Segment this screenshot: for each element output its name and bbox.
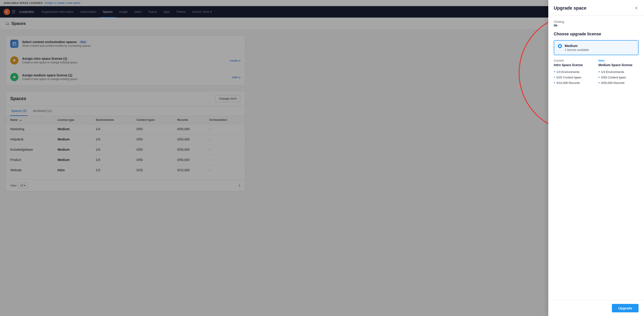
comparison-current: Current Intro Space license • 1/3 Enviro…	[554, 59, 594, 86]
side-panel-header: Upgrade space ×	[548, 0, 644, 16]
current-title: Intro Space license	[554, 63, 594, 67]
bullet-icon: •	[598, 70, 600, 74]
radio-inner	[559, 45, 561, 47]
choose-license-title: Choose upgrade license	[554, 32, 638, 37]
context-site: ite	[554, 24, 558, 27]
side-panel: Upgrade space × Clicking ite Choose upgr…	[548, 0, 644, 316]
license-name: Medium	[565, 44, 589, 48]
current-item-0: • 1/3 Environments	[554, 69, 594, 75]
close-button[interactable]: ×	[634, 5, 638, 12]
new-header: New	[598, 59, 638, 62]
bullet-icon: •	[554, 76, 555, 79]
new-item-2: • 0/50,000 Records	[598, 80, 638, 86]
current-header: Current	[554, 59, 594, 62]
bullet-icon: •	[554, 70, 555, 74]
upgrade-button[interactable]: Upgrade	[612, 304, 638, 312]
context-label: Clicking	[554, 20, 564, 24]
modal-overlay[interactable]	[0, 0, 644, 316]
comparison-new: New Medium Space license • 1/4 Environme…	[598, 59, 638, 86]
radio-circle	[558, 44, 562, 48]
side-panel-footer: Upgrade	[548, 300, 644, 316]
license-availability: 1 license available	[565, 48, 589, 52]
radio-label-area: Medium 1 license available	[565, 44, 589, 52]
new-title: Medium Space license	[598, 63, 638, 67]
bullet-icon: •	[598, 76, 600, 79]
bullet-icon: •	[598, 81, 600, 85]
current-item-2: • 0/10,000 Records	[554, 80, 594, 86]
side-panel-title: Upgrade space	[554, 6, 586, 11]
new-item-1: • 0/50 Content types	[598, 75, 638, 80]
side-panel-body: Clicking ite Choose upgrade license Medi…	[548, 16, 644, 300]
bullet-icon: •	[554, 81, 555, 85]
panel-context: Clicking ite	[554, 20, 638, 27]
new-item-0: • 1/4 Environments	[598, 69, 638, 75]
current-item-1: • 0/25 Content types	[554, 75, 594, 80]
radio-option-medium[interactable]: Medium 1 license available	[554, 40, 638, 55]
comparison-grid: Current Intro Space license • 1/3 Enviro…	[554, 59, 638, 86]
